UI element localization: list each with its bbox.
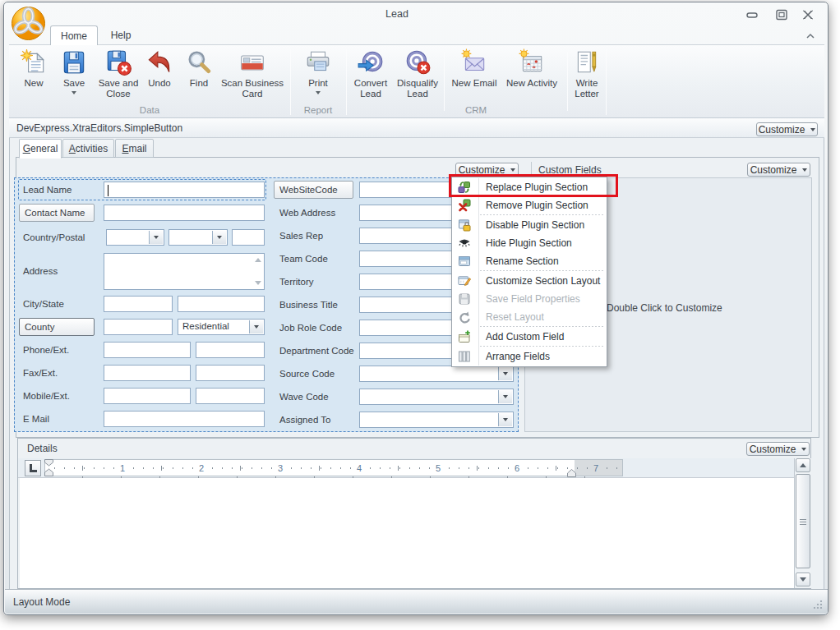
remove-plugin-section-icon (458, 199, 471, 212)
wave-code-combo[interactable] (359, 389, 514, 405)
collapse-ribbon-icon[interactable] (805, 31, 816, 41)
scan-business-card-button[interactable]: Scan Business Card (215, 48, 290, 105)
fax-ext-input[interactable] (196, 365, 265, 381)
details-customize-button[interactable]: Customize (746, 442, 810, 456)
menu-item-save-field-properties: Save Field Properties (452, 290, 607, 308)
new-activity-button[interactable]: New Activity (502, 48, 561, 105)
menu-item-hide-plugin-section[interactable]: Hide Plugin Section (452, 234, 607, 252)
ruler-number: 4 (354, 462, 364, 474)
print-button[interactable]: Print (298, 48, 338, 105)
scrollbar-up-button[interactable] (796, 458, 810, 472)
ribbon-group-label-report: Report (290, 105, 346, 116)
save-and-close-button[interactable]: Save and Close (95, 48, 142, 105)
dropdown-button[interactable] (498, 413, 512, 426)
postal-input[interactable] (232, 229, 265, 246)
app-logo-icon[interactable] (10, 5, 47, 42)
email-input[interactable] (104, 411, 265, 427)
source-code-label: Source Code (279, 366, 335, 382)
text-caret (108, 185, 108, 196)
mobile-input[interactable] (104, 388, 191, 404)
add-custom-field-icon (458, 330, 471, 343)
mobile-ext-input[interactable] (196, 388, 265, 404)
new-email-icon (460, 48, 488, 76)
dropdown-button[interactable] (149, 231, 163, 244)
menu-item-remove-plugin-section[interactable]: Remove Plugin Section (452, 196, 607, 214)
customize-section-layout-icon (458, 274, 471, 287)
find-icon (185, 48, 213, 76)
phone-input[interactable] (104, 342, 191, 358)
tab-general[interactable]: General (19, 139, 62, 159)
tab-activities[interactable]: Activities (62, 139, 114, 158)
scrollbar-thumb[interactable] (796, 474, 810, 568)
state-input[interactable] (178, 296, 265, 312)
details-editor[interactable] (20, 478, 794, 588)
team-code-label: Team Code (279, 251, 328, 267)
undo-button[interactable]: Undo (142, 48, 177, 105)
country-combo[interactable] (106, 229, 164, 246)
maximize-button[interactable] (773, 9, 790, 21)
county-input[interactable] (104, 319, 173, 335)
email-label: E Mail (23, 411, 49, 427)
ribbon-group-label-crm: CRM (346, 105, 606, 116)
dropdown-button[interactable] (212, 231, 226, 244)
right-section-customize-button[interactable]: Customize (747, 163, 810, 177)
region-combo[interactable] (168, 229, 228, 246)
tab-email[interactable]: Email (115, 139, 154, 158)
menu-item-customize-section-layout[interactable]: Customize Section Layout (452, 272, 607, 290)
fax-input[interactable] (104, 365, 191, 381)
tab-stop-selector[interactable] (25, 460, 41, 476)
ribbon-tab-help[interactable]: Help (99, 25, 142, 45)
websitecode-label-button[interactable]: WebSiteCode (274, 181, 353, 199)
residential-combo[interactable]: Residential (178, 319, 265, 335)
assigned-to-combo[interactable] (359, 412, 514, 428)
convert-lead-button[interactable]: Convert Lead (348, 48, 393, 105)
find-button[interactable]: Find (181, 48, 217, 105)
chevron-down-icon (254, 325, 259, 329)
resize-grip[interactable] (812, 599, 823, 609)
undo-icon (145, 48, 173, 76)
dropdown-button[interactable] (498, 367, 512, 380)
scroll-down-icon[interactable] (255, 281, 261, 285)
write-letter-button[interactable]: Write Letter (568, 48, 606, 105)
rename-section-icon (458, 255, 471, 268)
dropdown-button[interactable] (498, 390, 512, 403)
phone-ext-input[interactable] (196, 342, 265, 358)
close-button[interactable] (800, 9, 816, 21)
status-bar: Layout Mode (5, 589, 828, 614)
scroll-up-icon[interactable] (255, 258, 261, 262)
dropdown-button[interactable] (249, 320, 263, 333)
chevron-down-icon (802, 168, 807, 172)
address-textarea[interactable] (104, 253, 265, 290)
disqualify-lead-button[interactable]: Disqualify Lead (392, 48, 443, 105)
reset-layout-icon (458, 310, 471, 324)
scrollbar-down-button[interactable] (796, 573, 810, 586)
lead-name-label: Lead Name (23, 182, 72, 198)
ribbon-tab-home[interactable]: Home (50, 25, 98, 45)
save-field-properties-icon (458, 292, 471, 306)
menu-item-rename-section[interactable]: Rename Section (452, 252, 607, 270)
source-code-combo[interactable] (359, 366, 514, 382)
toolbar-customize-button[interactable]: Customize (756, 122, 818, 136)
first-line-indent-marker[interactable] (44, 459, 54, 476)
minimize-button[interactable] (744, 9, 760, 21)
menu-item-arrange-fields[interactable]: Arrange Fields (452, 347, 607, 366)
lead-name-input[interactable] (104, 182, 265, 198)
county-label-button[interactable]: County (19, 318, 95, 336)
new-button[interactable]: New (16, 48, 52, 105)
ruler[interactable]: 1 2 3 4 5 6 7 (44, 459, 623, 476)
new-email-button[interactable]: New Email (447, 48, 501, 105)
ribbon-group-label-data: Data (9, 105, 290, 116)
contact-name-input[interactable] (104, 205, 265, 221)
address-label: Address (23, 263, 58, 279)
menu-item-add-custom-field[interactable]: Add Custom Field (452, 328, 607, 346)
menu-item-disable-plugin-section[interactable]: Disable Plugin Section (452, 216, 607, 234)
details-scrollbar[interactable] (794, 458, 811, 588)
residential-combo-value: Residential (182, 321, 229, 331)
scan-business-card-icon (238, 48, 266, 76)
chevron-down-icon (503, 418, 508, 421)
city-input[interactable] (104, 296, 173, 312)
menu-item-reset-layout: Reset Layout (452, 308, 607, 326)
status-text: Layout Mode (13, 596, 70, 608)
contact-name-label-button[interactable]: Contact Name (19, 204, 95, 222)
save-button[interactable]: Save (55, 48, 93, 105)
